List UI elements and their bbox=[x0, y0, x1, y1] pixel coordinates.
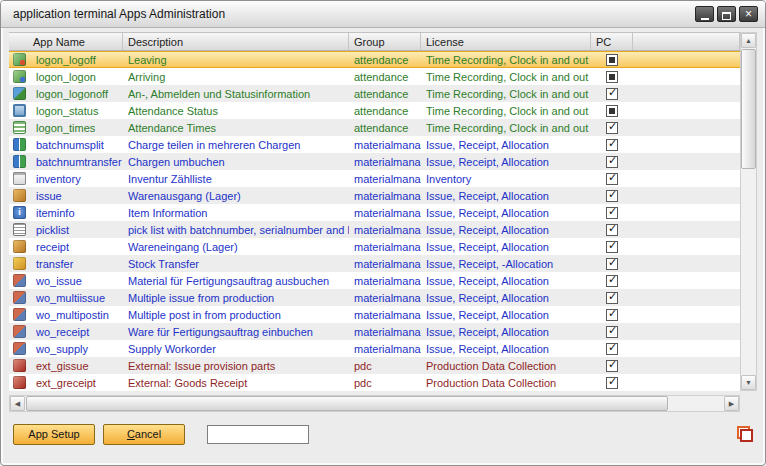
scroll-right-button[interactable]: ▶ bbox=[724, 396, 739, 411]
pc-checkbox[interactable] bbox=[606, 241, 618, 253]
cell-license: Time Recording, Clock in and out bbox=[421, 105, 591, 117]
cell-app-name: wo_receipt bbox=[31, 326, 123, 338]
table-row[interactable]: ext_greceipt External: Goods Receipt pdc… bbox=[9, 374, 740, 391]
cell-app-name: wo_issue bbox=[31, 275, 123, 287]
header-app-name[interactable]: App Name bbox=[9, 33, 123, 50]
cancel-button[interactable]: Cancel bbox=[103, 424, 185, 445]
cell-group: materialmanagement bbox=[349, 309, 421, 321]
table-row[interactable]: picklist pick list with batchnumber, ser… bbox=[9, 221, 740, 238]
pc-checkbox[interactable] bbox=[606, 326, 618, 338]
pc-checkbox[interactable] bbox=[606, 122, 618, 134]
pc-checkbox[interactable] bbox=[606, 360, 618, 372]
logon-logon-icon bbox=[13, 70, 26, 83]
logon-logonoff-icon bbox=[13, 87, 26, 100]
scroll-right-icon: ▶ bbox=[729, 400, 734, 407]
pc-checkbox[interactable] bbox=[606, 156, 618, 168]
table-row[interactable]: issue Warenausgang (Lager) materialmanag… bbox=[9, 187, 740, 204]
pc-checkbox[interactable] bbox=[606, 275, 618, 287]
scroll-up-button[interactable]: ▲ bbox=[741, 33, 756, 48]
table-row[interactable]: inventory Inventur Zählliste materialman… bbox=[9, 170, 740, 187]
pc-checkbox[interactable] bbox=[606, 105, 618, 117]
pc-checkbox[interactable] bbox=[606, 88, 618, 100]
header-license[interactable]: License bbox=[421, 33, 591, 50]
pc-checkbox[interactable] bbox=[606, 71, 618, 83]
cell-app-name: picklist bbox=[31, 224, 123, 236]
table-row[interactable]: logon_logoff Leaving attendance Time Rec… bbox=[9, 51, 740, 68]
table-row[interactable]: wo_supply Supply Workorder materialmanag… bbox=[9, 340, 740, 357]
table-row[interactable]: logon_status Attendance Status attendanc… bbox=[9, 102, 740, 119]
table-row[interactable]: logon_times Attendance Times attendance … bbox=[9, 119, 740, 136]
table-row[interactable]: batchnumsplit Charge teilen in mehreren … bbox=[9, 136, 740, 153]
header-group[interactable]: Group bbox=[349, 33, 421, 50]
titlebar[interactable]: application terminal Apps Administration… bbox=[1, 1, 765, 28]
ext-greceipt-icon bbox=[13, 376, 26, 389]
footer-text-input[interactable] bbox=[207, 425, 309, 444]
pc-checkbox[interactable] bbox=[606, 309, 618, 321]
close-button[interactable]: × bbox=[739, 6, 758, 22]
cell-license: Inventory bbox=[421, 173, 591, 185]
pc-checkbox[interactable] bbox=[606, 377, 618, 389]
app-setup-button[interactable]: App Setup bbox=[13, 424, 95, 445]
logon-status-icon bbox=[13, 104, 26, 117]
pc-checkbox[interactable] bbox=[606, 258, 618, 270]
table-row[interactable]: transfer Stock Transfer materialmanageme… bbox=[9, 255, 740, 272]
pc-checkbox[interactable] bbox=[606, 224, 618, 236]
iteminfo-icon bbox=[13, 206, 26, 219]
table-row[interactable]: wo_multiissue Multiple issue from produc… bbox=[9, 289, 740, 306]
cell-group: materialmanagement bbox=[349, 173, 421, 185]
scroll-left-button[interactable]: ◀ bbox=[10, 396, 25, 411]
cell-description: Attendance Times bbox=[123, 122, 349, 134]
cell-app-name: logon_logon bbox=[31, 71, 123, 83]
cell-group: pdc bbox=[349, 377, 421, 389]
logon-times-icon bbox=[13, 121, 26, 134]
table-row[interactable]: logon_logon Arriving attendance Time Rec… bbox=[9, 68, 740, 85]
cell-pc bbox=[591, 190, 633, 202]
horizontal-scroll-thumb[interactable] bbox=[26, 396, 668, 411]
table-row[interactable]: iteminfo Item Information materialmanage… bbox=[9, 204, 740, 221]
pc-checkbox[interactable] bbox=[606, 54, 618, 66]
table-row[interactable]: wo_receipt Ware für Fertigungsauftrag ei… bbox=[9, 323, 740, 340]
ext-gissue-icon bbox=[13, 359, 26, 372]
table-row[interactable]: wo_issue Material für Fertigungsauftrag … bbox=[9, 272, 740, 289]
cell-group: attendance bbox=[349, 88, 421, 100]
cell-app-name: ext_greceipt bbox=[31, 377, 123, 389]
vertical-scroll-thumb[interactable] bbox=[741, 49, 756, 169]
table-row[interactable]: logon_logonoff An-, Abmelden und Statusi… bbox=[9, 85, 740, 102]
pc-checkbox[interactable] bbox=[606, 207, 618, 219]
wo-multiissue-icon bbox=[13, 291, 26, 304]
horizontal-scrollbar[interactable]: ◀ ▶ bbox=[9, 395, 740, 412]
cell-license: Time Recording, Clock in and out bbox=[421, 122, 591, 134]
cell-description: External: Issue provision parts bbox=[123, 360, 349, 372]
vertical-scrollbar[interactable]: ▲ ▼ bbox=[740, 32, 757, 391]
cell-description: Chargen umbuchen bbox=[123, 156, 349, 168]
scroll-down-button[interactable]: ▼ bbox=[741, 375, 756, 390]
header-pc[interactable]: PC bbox=[591, 33, 633, 50]
cell-app-name: iteminfo bbox=[31, 207, 123, 219]
cell-license: Issue, Receipt, -Allocation bbox=[421, 258, 591, 270]
cell-pc bbox=[591, 377, 633, 389]
table-row[interactable]: batchnumtransfer Chargen umbuchen materi… bbox=[9, 153, 740, 170]
pc-checkbox[interactable] bbox=[606, 190, 618, 202]
cell-license: Issue, Receipt, Allocation bbox=[421, 224, 591, 236]
pc-checkbox[interactable] bbox=[606, 173, 618, 185]
cell-description: External: Goods Receipt bbox=[123, 377, 349, 389]
cell-app-name: issue bbox=[31, 190, 123, 202]
cell-group: pdc bbox=[349, 360, 421, 372]
cell-pc bbox=[591, 207, 633, 219]
wo-supply-icon bbox=[13, 342, 26, 355]
maximize-button[interactable] bbox=[717, 6, 736, 22]
pc-checkbox[interactable] bbox=[606, 292, 618, 304]
cell-pc bbox=[591, 71, 633, 83]
pc-checkbox[interactable] bbox=[606, 343, 618, 355]
table-row[interactable]: receipt Wareneingang (Lager) materialman… bbox=[9, 238, 740, 255]
table-row[interactable]: wo_multipostin Multiple post in from pro… bbox=[9, 306, 740, 323]
cell-app-name: logon_logonoff bbox=[31, 88, 123, 100]
minimize-button[interactable] bbox=[695, 6, 714, 22]
pc-checkbox[interactable] bbox=[606, 139, 618, 151]
resize-grip-icon[interactable] bbox=[737, 426, 753, 442]
cell-group: attendance bbox=[349, 71, 421, 83]
header-description[interactable]: Description bbox=[123, 33, 349, 50]
table-row[interactable]: ext_gissue External: Issue provision par… bbox=[9, 357, 740, 374]
transfer-icon bbox=[13, 257, 26, 270]
cell-group: materialmanagement bbox=[349, 224, 421, 236]
